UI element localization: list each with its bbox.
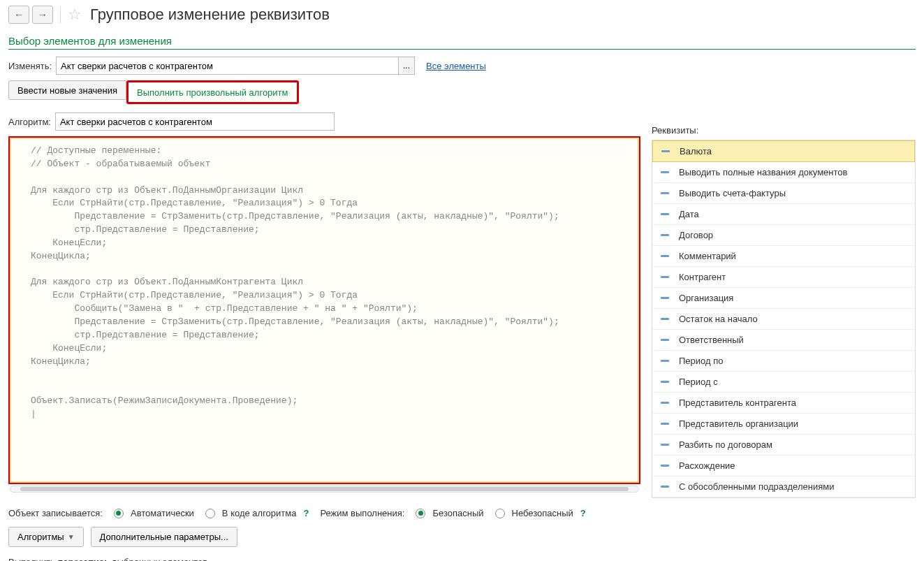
attribute-icon [661, 486, 669, 488]
exec-mode-help-icon[interactable]: ? [580, 508, 586, 518]
tab-run-algorithm[interactable]: Выполнить произвольный алгоритм [129, 82, 296, 102]
algorithms-dropdown-button[interactable]: Алгоритмы ▼ [8, 527, 84, 547]
list-item[interactable]: Период по [652, 351, 915, 372]
section-title: Выбор элементов для изменения [8, 35, 916, 50]
radio-safe[interactable] [416, 509, 425, 518]
attribute-icon [661, 276, 669, 278]
list-item-label: Ответственный [679, 335, 744, 345]
list-item-label: Разбить по договорам [679, 439, 772, 450]
change-ellipsis-button[interactable]: ... [398, 57, 415, 75]
list-item[interactable]: Представитель организации [652, 414, 915, 435]
forward-button[interactable]: → [32, 6, 53, 24]
attribute-icon [661, 381, 669, 383]
list-item[interactable]: Выводить полные названия документов [652, 162, 915, 183]
favorite-star-icon[interactable]: ☆ [68, 6, 82, 24]
list-item[interactable]: Представитель контрагента [652, 393, 915, 414]
radio-in-code-label: В коде алгоритма [222, 508, 297, 518]
attribute-icon [661, 213, 669, 215]
list-item-label: Договор [679, 230, 713, 240]
separator [60, 6, 61, 23]
radio-auto-label: Автоматически [131, 508, 194, 518]
list-item-label: Комментарий [679, 251, 736, 261]
list-item[interactable]: Ответственный [652, 330, 915, 351]
extra-params-button[interactable]: Дополнительные параметры... [91, 527, 237, 547]
list-item-label: Период с [679, 377, 718, 387]
attribute-icon [661, 255, 669, 257]
list-item-label: Период по [679, 356, 723, 366]
list-item-label: Расхождение [679, 460, 735, 471]
attribute-icon [661, 192, 669, 194]
list-item-label: Остаток на начало [679, 314, 758, 324]
algorithm-label: Алгоритм: [8, 117, 51, 127]
requisites-label: Реквизиты: [652, 125, 916, 136]
attribute-icon [661, 360, 669, 362]
list-item-label: Выводить счета-фактуры [679, 188, 786, 198]
list-item[interactable]: Выводить счета-фактуры [652, 183, 915, 204]
list-item-label: Дата [679, 209, 699, 219]
list-item-label: Валюта [680, 146, 712, 156]
radio-auto[interactable] [114, 509, 124, 518]
list-item[interactable]: Валюта [652, 140, 915, 162]
attribute-icon [661, 339, 669, 341]
radio-unsafe[interactable] [495, 509, 505, 518]
back-button[interactable]: ← [8, 6, 29, 24]
list-item[interactable]: Дата [652, 204, 915, 225]
highlight-frame-tab: Выполнить произвольный алгоритм [126, 80, 298, 104]
change-label: Изменять: [8, 61, 52, 71]
exec-mode-label: Режим выполнения: [320, 508, 404, 518]
tab-enter-values[interactable]: Ввести новые значения [8, 80, 126, 100]
attribute-icon [661, 444, 669, 446]
radio-unsafe-label: Небезопасный [512, 508, 573, 518]
list-item[interactable]: Расхождение [652, 456, 915, 476]
algorithm-input[interactable] [55, 112, 335, 131]
attribute-icon [661, 423, 669, 425]
list-item-label: Выводить полные названия документов [679, 167, 847, 177]
page-title: Групповое изменение реквизитов [90, 6, 330, 24]
attribute-icon [661, 150, 670, 152]
list-item-label: Контрагент [679, 272, 726, 282]
highlight-frame-code: // Доступные переменные: // Объект - обр… [8, 136, 640, 484]
attribute-icon [661, 297, 669, 299]
list-item[interactable]: Остаток на начало [652, 309, 915, 330]
attribute-icon [661, 318, 669, 320]
list-item-label: Представитель организации [679, 418, 798, 429]
all-elements-link[interactable]: Все элементы [426, 61, 486, 71]
summary-text: Выполнить перезапись выбранных элементов… [8, 557, 916, 561]
write-mode-help-icon[interactable]: ? [303, 508, 309, 518]
radio-in-code[interactable] [205, 509, 215, 518]
attribute-icon [661, 402, 669, 404]
list-item[interactable]: Организация [652, 288, 915, 309]
algorithms-button-label: Алгоритмы [17, 532, 64, 542]
requisites-list: ВалютаВыводить полные названия документо… [652, 140, 916, 498]
list-item[interactable]: Период с [652, 372, 915, 393]
change-input[interactable] [56, 57, 398, 75]
list-item[interactable]: Комментарий [652, 246, 915, 267]
attribute-icon [661, 171, 669, 173]
horizontal-scrollbar[interactable] [10, 486, 639, 493]
list-item[interactable]: Контрагент [652, 267, 915, 288]
code-editor[interactable]: // Доступные переменные: // Объект - обр… [11, 139, 638, 481]
list-item-label: С обособленными подразделениями [679, 481, 834, 492]
chevron-down-icon: ▼ [68, 533, 75, 541]
list-item[interactable]: Договор [652, 225, 915, 246]
attribute-icon [661, 465, 669, 467]
attribute-icon [661, 234, 669, 236]
list-item[interactable]: Разбить по договорам [652, 435, 915, 456]
radio-safe-label: Безопасный [432, 508, 483, 518]
list-item-label: Представитель контрагента [679, 398, 796, 408]
list-item[interactable]: С обособленными подразделениями [652, 476, 915, 497]
write-mode-label: Объект записывается: [8, 508, 103, 518]
list-item-label: Организация [679, 293, 733, 303]
